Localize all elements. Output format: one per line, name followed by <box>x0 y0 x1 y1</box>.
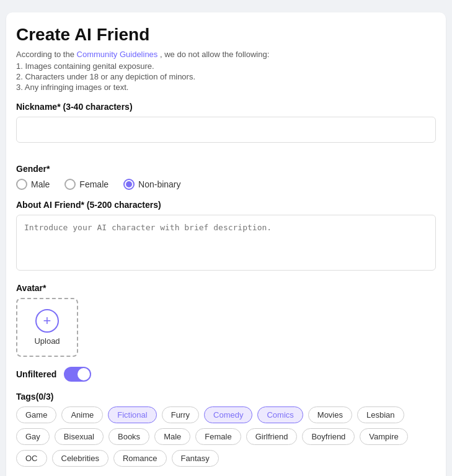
nickname-input[interactable] <box>16 117 436 143</box>
guidelines-intro: According to the Community Guidelines , … <box>16 50 436 59</box>
avatar-section: Avatar* + Upload <box>16 283 436 357</box>
avatar-upload-button[interactable]: + Upload <box>16 298 78 357</box>
guideline-item-2: 2. Characters under 18 or any depiction … <box>16 72 436 81</box>
gender-male-option[interactable]: Male <box>16 179 50 190</box>
upload-plus-icon: + <box>35 309 59 333</box>
gender-male-radio[interactable] <box>16 179 27 190</box>
unfiltered-label: Unfiltered <box>16 369 56 379</box>
page-title: Create AI Friend <box>16 25 436 45</box>
tag-chip-anime[interactable]: Anime <box>61 406 103 423</box>
tag-chip-movies[interactable]: Movies <box>308 406 352 423</box>
tag-chip-fictional[interactable]: Fictional <box>108 406 156 423</box>
gender-female-option[interactable]: Female <box>64 179 109 190</box>
gender-nonbinary-radio[interactable] <box>123 179 135 190</box>
gender-male-label: Male <box>31 179 50 189</box>
nickname-label: Nickname* (3-40 characters) <box>16 102 436 112</box>
tag-chip-romance[interactable]: Romance <box>113 450 167 467</box>
unfiltered-toggle[interactable] <box>64 367 91 382</box>
gender-female-label: Female <box>79 179 109 189</box>
tag-chip-comics[interactable]: Comics <box>257 406 303 423</box>
tag-chip-celebrities[interactable]: Celebrities <box>52 450 109 467</box>
gender-nonbinary-label: Non-binary <box>138 179 180 189</box>
tag-chip-boyfriend[interactable]: Boyfriend <box>302 428 355 445</box>
gender-label: Gender* <box>16 164 436 174</box>
tags-row: GameAnimeFictionalFurryComedyComicsMovie… <box>16 406 436 467</box>
tag-chip-comedy[interactable]: Comedy <box>204 406 252 423</box>
about-label: About AI Friend* (5-200 characters) <box>16 200 436 210</box>
tag-chip-vampire[interactable]: Vampire <box>360 428 407 445</box>
upload-label: Upload <box>34 336 60 346</box>
community-guidelines-link[interactable]: Community Guidelines <box>77 50 158 59</box>
tag-chip-gay[interactable]: Gay <box>16 428 50 445</box>
tags-label: Tags(0/3) <box>16 392 436 402</box>
gender-section: Gender* Male Female Non-binary <box>16 164 436 190</box>
tag-chip-books[interactable]: Books <box>109 428 149 445</box>
tag-chip-furry[interactable]: Furry <box>162 406 199 423</box>
tag-chip-oc[interactable]: OC <box>16 450 47 467</box>
guidelines-list: 1. Images containing genital exposure. 2… <box>16 61 436 92</box>
tag-chip-bisexual[interactable]: Bisexual <box>55 428 104 445</box>
avatar-label: Avatar* <box>16 283 436 293</box>
tag-chip-female[interactable]: Female <box>195 428 241 445</box>
unfiltered-section: Unfiltered <box>16 367 436 382</box>
guideline-item-1: 1. Images containing genital exposure. <box>16 61 436 71</box>
nickname-field-group: Nickname* (3-40 characters) <box>16 102 436 154</box>
gender-options: Male Female Non-binary <box>16 179 436 190</box>
tag-chip-lesbian[interactable]: Lesbian <box>357 406 404 423</box>
guideline-item-3: 3. Any infringing images or text. <box>16 83 436 92</box>
gender-female-radio[interactable] <box>64 179 76 190</box>
tag-chip-girlfriend[interactable]: Girlfriend <box>246 428 298 445</box>
tag-chip-fantasy[interactable]: Fantasy <box>172 450 219 467</box>
tags-section: Tags(0/3) GameAnimeFictionalFurryComedyC… <box>16 392 436 467</box>
tag-chip-game[interactable]: Game <box>16 406 56 423</box>
about-section: About AI Friend* (5-200 characters) <box>16 200 436 273</box>
about-textarea[interactable] <box>16 215 436 271</box>
gender-nonbinary-option[interactable]: Non-binary <box>123 179 180 190</box>
tag-chip-male[interactable]: Male <box>154 428 190 445</box>
